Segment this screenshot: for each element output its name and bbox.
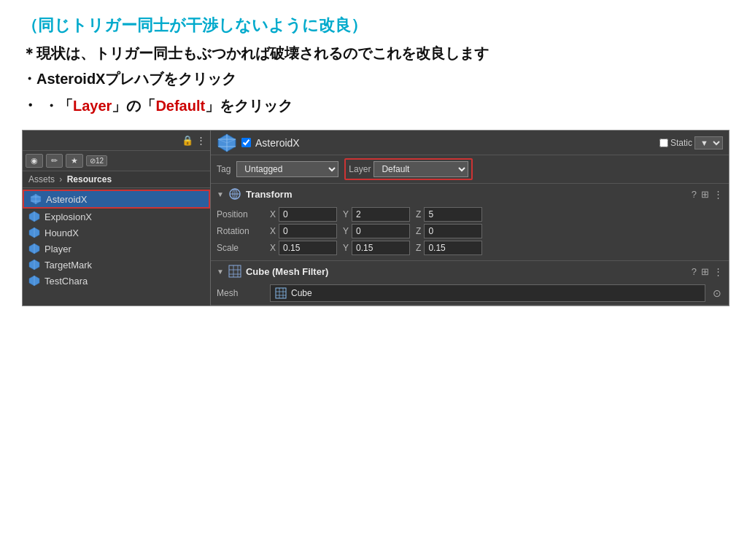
bullet-dot: ・ bbox=[22, 95, 38, 117]
asset-label-player: Player bbox=[44, 244, 71, 254]
asset-item-explosionx[interactable]: ExplosionX bbox=[23, 209, 210, 225]
cube-icon-asteroidx bbox=[30, 193, 42, 205]
asset-label-targetmark: TargetMark bbox=[44, 260, 92, 271]
unity-panel: 🔒 ⋮ ◉ ✏ ★ ⊘12 Assets › Resources bbox=[22, 130, 729, 306]
svg-rect-29 bbox=[276, 288, 286, 298]
breadcrumb-arrow: › bbox=[59, 174, 62, 184]
scale-y-label: Y bbox=[343, 243, 349, 253]
transform-settings-icon[interactable]: ⊞ bbox=[701, 189, 709, 200]
asset-breadcrumb: Assets › Resources bbox=[23, 171, 210, 188]
rot-y-label: Y bbox=[343, 226, 349, 236]
mesh-row: Mesh Cube ⊙ bbox=[217, 284, 723, 302]
more-menu-icon[interactable]: ⋮ bbox=[196, 135, 206, 146]
transform-icon bbox=[228, 187, 241, 201]
layer-label: Layer bbox=[349, 164, 371, 174]
scale-x-field[interactable] bbox=[279, 241, 337, 255]
asset-label-asteroidx: AsteroidX bbox=[46, 194, 87, 205]
object-name: AsteroidX bbox=[255, 137, 300, 149]
transform-header[interactable]: ▼ Transform ? ⊞ ⋮ bbox=[211, 184, 729, 204]
cube-icon-houndx bbox=[28, 227, 40, 238]
bullet1: ・AsteroidXプレハブをクリック bbox=[22, 69, 725, 89]
position-label: Position bbox=[217, 209, 264, 219]
transform-fields: Position X Y Z Rotation X Y bbox=[211, 204, 729, 260]
pos-z-field[interactable] bbox=[424, 207, 482, 222]
asset-label-explosionx: ExplosionX bbox=[44, 211, 92, 222]
count-badge: ⊘12 bbox=[86, 155, 107, 166]
mesh-filter-header[interactable]: ▼ Cube (Mesh Filter) ? ⊞ ⋮ bbox=[211, 261, 729, 281]
mesh-field-value: Cube bbox=[291, 288, 312, 298]
mesh-cube-icon bbox=[275, 287, 287, 299]
scale-y-field[interactable] bbox=[352, 241, 410, 255]
asset-item-houndx[interactable]: HoundX bbox=[23, 225, 210, 241]
rotation-row: Rotation X Y Z bbox=[217, 224, 723, 238]
asset-label-testchara: TestChara bbox=[44, 276, 88, 287]
rotation-label: Rotation bbox=[217, 226, 264, 236]
transform-title: Transform bbox=[246, 189, 293, 200]
tag-dropdown[interactable]: Untagged bbox=[236, 161, 338, 177]
mesh-filter-help-icon[interactable]: ? bbox=[692, 266, 697, 277]
cube-icon-explosionx bbox=[28, 211, 40, 222]
mesh-target-button[interactable]: ⊙ bbox=[711, 287, 723, 299]
cube-icon-targetmark bbox=[28, 259, 40, 271]
asset-item-testchara[interactable]: TestChara bbox=[23, 273, 210, 289]
static-label: Static bbox=[670, 138, 692, 148]
static-section: Static ▼ bbox=[659, 136, 723, 149]
left-panel: 🔒 ⋮ ◉ ✏ ★ ⊘12 Assets › Resources bbox=[23, 131, 211, 306]
pos-x-label: X bbox=[270, 209, 276, 219]
scale-label: Scale bbox=[217, 243, 264, 253]
cube-icon-player bbox=[28, 243, 40, 254]
lock-icon[interactable]: 🔒 bbox=[182, 135, 193, 146]
inspector-panel: AsteroidX Static ▼ Tag Untagged Layer bbox=[211, 131, 729, 306]
rot-x-label: X bbox=[270, 226, 276, 236]
object-icon bbox=[217, 133, 237, 153]
bullet-black: ＊現状は、トリガー同士もぶつかれば破壊されるのでこれを改良します bbox=[22, 44, 725, 63]
mesh-filter-title: Cube (Mesh Filter) bbox=[246, 266, 328, 277]
transform-more-icon[interactable]: ⋮ bbox=[713, 189, 723, 200]
rot-x-field[interactable] bbox=[279, 224, 337, 238]
mesh-filter-settings-icon[interactable]: ⊞ bbox=[701, 266, 709, 277]
assets-label: Assets bbox=[28, 174, 55, 184]
tag-label: Tag bbox=[217, 164, 231, 174]
transform-triangle: ▼ bbox=[217, 190, 224, 198]
inspector-header: AsteroidX Static ▼ bbox=[211, 131, 729, 155]
resources-label: Resources bbox=[67, 174, 112, 184]
position-row: Position X Y Z bbox=[217, 207, 723, 222]
asset-item-targetmark[interactable]: TargetMark bbox=[23, 257, 210, 273]
rot-z-field[interactable] bbox=[424, 224, 482, 238]
bullet2-layer: Layer bbox=[73, 98, 112, 114]
mesh-filter-triangle: ▼ bbox=[217, 268, 224, 276]
rot-y-field[interactable] bbox=[352, 224, 410, 238]
bullet2-prefix: ・「 bbox=[44, 96, 73, 116]
static-dropdown[interactable]: ▼ bbox=[694, 136, 723, 149]
left-panel-toolbar: 🔒 ⋮ bbox=[23, 131, 210, 151]
active-checkbox[interactable] bbox=[241, 138, 251, 147]
pos-y-field[interactable] bbox=[352, 207, 410, 222]
pos-x-field[interactable] bbox=[279, 207, 337, 222]
tag-layer-row: Tag Untagged Layer Default bbox=[211, 155, 729, 184]
mesh-field-label: Mesh bbox=[217, 288, 264, 298]
inner-toolbar: ◉ ✏ ★ ⊘12 bbox=[23, 151, 210, 171]
rot-z-label: Z bbox=[416, 226, 421, 236]
cube-icon-testchara bbox=[28, 275, 40, 287]
asset-item-asteroidx[interactable]: AsteroidX bbox=[23, 190, 210, 209]
mesh-filter-fields: Mesh Cube ⊙ bbox=[211, 281, 729, 305]
pos-y-label: Y bbox=[343, 209, 349, 219]
layer-dropdown[interactable]: Default bbox=[374, 161, 468, 177]
scale-z-field[interactable] bbox=[424, 241, 482, 255]
svg-rect-24 bbox=[229, 265, 241, 277]
asset-list: AsteroidX ExplosionX HoundX bbox=[23, 188, 210, 306]
project-button[interactable]: ◉ bbox=[26, 154, 43, 168]
scale-row: Scale X Y Z bbox=[217, 241, 723, 255]
bullet2-suffix: 」をクリック bbox=[205, 96, 293, 116]
static-checkbox[interactable] bbox=[659, 139, 668, 147]
mesh-filter-section: ▼ Cube (Mesh Filter) ? ⊞ ⋮ Mesh bbox=[211, 261, 729, 306]
star-button[interactable]: ★ bbox=[66, 154, 83, 168]
layer-section: Layer Default bbox=[344, 158, 473, 180]
mesh-filter-icon bbox=[228, 265, 241, 278]
mesh-filter-more-icon[interactable]: ⋮ bbox=[713, 266, 723, 277]
mesh-field: Cube bbox=[270, 284, 705, 302]
asset-item-player[interactable]: Player bbox=[23, 241, 210, 257]
bullet2: ・ ・「Layer」の「Default」をクリック bbox=[22, 95, 725, 117]
transform-help-icon[interactable]: ? bbox=[692, 189, 697, 200]
pencil-button[interactable]: ✏ bbox=[46, 154, 63, 168]
